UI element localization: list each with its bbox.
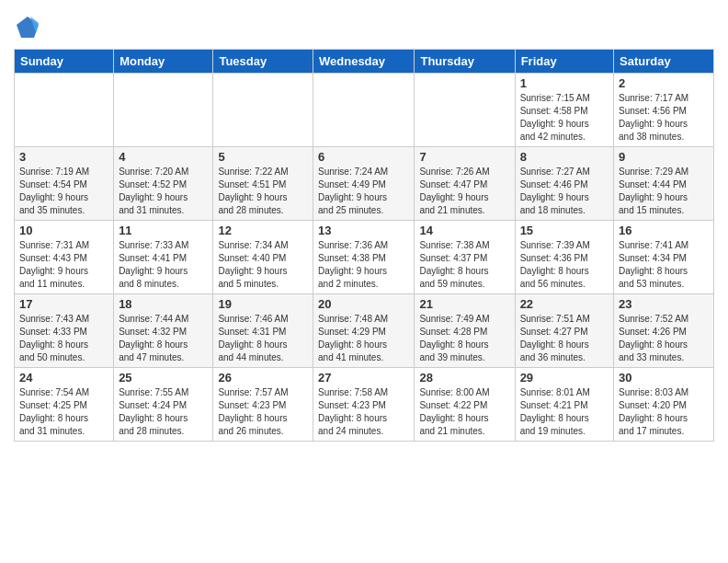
calendar-cell: 26Sunrise: 7:57 AM Sunset: 4:23 PM Dayli…	[213, 368, 313, 442]
weekday-header-wednesday: Wednesday	[313, 50, 415, 74]
calendar-cell: 20Sunrise: 7:48 AM Sunset: 4:29 PM Dayli…	[313, 294, 415, 368]
weekday-header-tuesday: Tuesday	[213, 50, 313, 74]
day-info: Sunrise: 7:29 AM Sunset: 4:44 PM Dayligh…	[619, 166, 709, 217]
day-number: 20	[318, 297, 409, 311]
calendar-cell	[114, 74, 213, 147]
calendar-cell: 19Sunrise: 7:46 AM Sunset: 4:31 PM Dayli…	[213, 294, 313, 368]
calendar-cell: 9Sunrise: 7:29 AM Sunset: 4:44 PM Daylig…	[614, 147, 714, 221]
page-container: SundayMondayTuesdayWednesdayThursdayFrid…	[0, 0, 728, 446]
calendar-cell: 10Sunrise: 7:31 AM Sunset: 4:43 PM Dayli…	[15, 221, 114, 294]
day-info: Sunrise: 7:51 AM Sunset: 4:27 PM Dayligh…	[520, 313, 609, 364]
day-info: Sunrise: 7:54 AM Sunset: 4:25 PM Dayligh…	[19, 386, 108, 438]
week-row-1: 1Sunrise: 7:15 AM Sunset: 4:58 PM Daylig…	[15, 74, 714, 147]
day-info: Sunrise: 7:36 AM Sunset: 4:38 PM Dayligh…	[318, 239, 409, 291]
day-number: 21	[419, 297, 509, 311]
day-number: 2	[619, 76, 709, 90]
day-info: Sunrise: 8:01 AM Sunset: 4:21 PM Dayligh…	[520, 386, 609, 438]
week-row-5: 24Sunrise: 7:54 AM Sunset: 4:25 PM Dayli…	[15, 368, 714, 442]
day-number: 17	[19, 297, 108, 311]
weekday-header-saturday: Saturday	[614, 50, 714, 74]
day-info: Sunrise: 7:49 AM Sunset: 4:28 PM Dayligh…	[419, 313, 509, 364]
calendar-cell: 18Sunrise: 7:44 AM Sunset: 4:32 PM Dayli…	[114, 294, 213, 368]
day-number: 11	[119, 224, 208, 237]
calendar-cell: 15Sunrise: 7:39 AM Sunset: 4:36 PM Dayli…	[515, 221, 613, 294]
calendar-cell: 2Sunrise: 7:17 AM Sunset: 4:56 PM Daylig…	[614, 74, 714, 147]
day-number: 30	[619, 371, 709, 385]
day-info: Sunrise: 7:44 AM Sunset: 4:32 PM Dayligh…	[119, 313, 208, 364]
day-number: 15	[520, 224, 609, 237]
day-number: 26	[218, 371, 308, 385]
calendar-cell: 7Sunrise: 7:26 AM Sunset: 4:47 PM Daylig…	[415, 147, 515, 221]
day-info: Sunrise: 7:33 AM Sunset: 4:41 PM Dayligh…	[119, 239, 208, 291]
weekday-header-thursday: Thursday	[415, 50, 515, 74]
day-info: Sunrise: 7:22 AM Sunset: 4:51 PM Dayligh…	[218, 166, 308, 217]
day-number: 10	[19, 224, 108, 237]
calendar-cell	[313, 74, 415, 147]
weekday-header-sunday: Sunday	[15, 50, 114, 74]
calendar-cell	[213, 74, 313, 147]
calendar-cell: 14Sunrise: 7:38 AM Sunset: 4:37 PM Dayli…	[415, 221, 515, 294]
calendar-cell: 25Sunrise: 7:55 AM Sunset: 4:24 PM Dayli…	[114, 368, 213, 442]
day-number: 18	[119, 297, 208, 311]
day-number: 9	[619, 150, 709, 164]
week-row-4: 17Sunrise: 7:43 AM Sunset: 4:33 PM Dayli…	[15, 294, 714, 368]
day-number: 8	[520, 150, 609, 164]
calendar-cell: 16Sunrise: 7:41 AM Sunset: 4:34 PM Dayli…	[614, 221, 714, 294]
day-info: Sunrise: 7:48 AM Sunset: 4:29 PM Dayligh…	[318, 313, 409, 364]
day-number: 3	[19, 150, 108, 164]
day-number: 1	[520, 76, 609, 90]
calendar-cell: 30Sunrise: 8:03 AM Sunset: 4:20 PM Dayli…	[614, 368, 714, 442]
day-info: Sunrise: 7:38 AM Sunset: 4:37 PM Dayligh…	[419, 239, 509, 291]
logo-icon	[14, 14, 41, 41]
day-info: Sunrise: 7:26 AM Sunset: 4:47 PM Dayligh…	[419, 166, 509, 217]
calendar-cell: 22Sunrise: 7:51 AM Sunset: 4:27 PM Dayli…	[515, 294, 613, 368]
calendar-cell: 4Sunrise: 7:20 AM Sunset: 4:52 PM Daylig…	[114, 147, 213, 221]
day-number: 24	[19, 371, 108, 385]
day-info: Sunrise: 7:52 AM Sunset: 4:26 PM Dayligh…	[619, 313, 709, 364]
day-info: Sunrise: 7:17 AM Sunset: 4:56 PM Dayligh…	[619, 92, 709, 144]
day-info: Sunrise: 7:39 AM Sunset: 4:36 PM Dayligh…	[520, 239, 609, 291]
calendar-cell: 24Sunrise: 7:54 AM Sunset: 4:25 PM Dayli…	[15, 368, 114, 442]
calendar: SundayMondayTuesdayWednesdayThursdayFrid…	[14, 49, 714, 442]
day-info: Sunrise: 7:43 AM Sunset: 4:33 PM Dayligh…	[19, 313, 108, 364]
weekday-header-monday: Monday	[114, 50, 213, 74]
calendar-cell: 27Sunrise: 7:58 AM Sunset: 4:23 PM Dayli…	[313, 368, 415, 442]
calendar-cell: 12Sunrise: 7:34 AM Sunset: 4:40 PM Dayli…	[213, 221, 313, 294]
day-number: 23	[619, 297, 709, 311]
calendar-cell	[415, 74, 515, 147]
day-info: Sunrise: 7:57 AM Sunset: 4:23 PM Dayligh…	[218, 386, 308, 438]
day-info: Sunrise: 8:03 AM Sunset: 4:20 PM Dayligh…	[619, 386, 709, 438]
day-number: 5	[218, 150, 308, 164]
calendar-cell: 8Sunrise: 7:27 AM Sunset: 4:46 PM Daylig…	[515, 147, 613, 221]
day-number: 25	[119, 371, 208, 385]
day-info: Sunrise: 7:34 AM Sunset: 4:40 PM Dayligh…	[218, 239, 308, 291]
week-row-2: 3Sunrise: 7:19 AM Sunset: 4:54 PM Daylig…	[15, 147, 714, 221]
day-number: 4	[119, 150, 208, 164]
calendar-cell: 28Sunrise: 8:00 AM Sunset: 4:22 PM Dayli…	[415, 368, 515, 442]
day-info: Sunrise: 7:41 AM Sunset: 4:34 PM Dayligh…	[619, 239, 709, 291]
day-number: 13	[318, 224, 409, 237]
header	[14, 9, 714, 41]
calendar-cell: 3Sunrise: 7:19 AM Sunset: 4:54 PM Daylig…	[15, 147, 114, 221]
day-number: 6	[318, 150, 409, 164]
day-info: Sunrise: 8:00 AM Sunset: 4:22 PM Dayligh…	[419, 386, 509, 438]
day-info: Sunrise: 7:58 AM Sunset: 4:23 PM Dayligh…	[318, 386, 409, 438]
calendar-cell: 23Sunrise: 7:52 AM Sunset: 4:26 PM Dayli…	[614, 294, 714, 368]
day-info: Sunrise: 7:55 AM Sunset: 4:24 PM Dayligh…	[119, 386, 208, 438]
calendar-cell: 29Sunrise: 8:01 AM Sunset: 4:21 PM Dayli…	[515, 368, 613, 442]
weekday-header-row: SundayMondayTuesdayWednesdayThursdayFrid…	[15, 50, 714, 74]
day-info: Sunrise: 7:20 AM Sunset: 4:52 PM Dayligh…	[119, 166, 208, 217]
day-number: 27	[318, 371, 409, 385]
calendar-cell: 17Sunrise: 7:43 AM Sunset: 4:33 PM Dayli…	[15, 294, 114, 368]
calendar-cell: 21Sunrise: 7:49 AM Sunset: 4:28 PM Dayli…	[415, 294, 515, 368]
calendar-cell: 11Sunrise: 7:33 AM Sunset: 4:41 PM Dayli…	[114, 221, 213, 294]
day-info: Sunrise: 7:19 AM Sunset: 4:54 PM Dayligh…	[19, 166, 108, 217]
day-number: 28	[419, 371, 509, 385]
day-number: 16	[619, 224, 709, 237]
day-info: Sunrise: 7:31 AM Sunset: 4:43 PM Dayligh…	[19, 239, 108, 291]
day-number: 22	[520, 297, 609, 311]
calendar-cell: 6Sunrise: 7:24 AM Sunset: 4:49 PM Daylig…	[313, 147, 415, 221]
calendar-cell: 1Sunrise: 7:15 AM Sunset: 4:58 PM Daylig…	[515, 74, 613, 147]
week-row-3: 10Sunrise: 7:31 AM Sunset: 4:43 PM Dayli…	[15, 221, 714, 294]
day-number: 12	[218, 224, 308, 237]
